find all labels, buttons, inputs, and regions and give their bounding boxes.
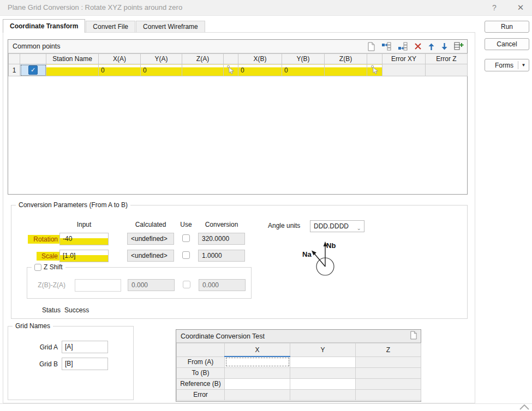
move-up-icon[interactable] — [428, 43, 435, 51]
conversion-test-header: Coordinate Conversion Test — [176, 330, 421, 343]
clear-test-icon[interactable] — [409, 331, 417, 341]
conversion-parameters-group: Conversion Parameters (From A to B) Inpu… — [11, 205, 468, 319]
angle-units-label: Angle units — [268, 222, 304, 229]
ya-cell[interactable]: 0 — [141, 64, 182, 76]
angle-units-value: DDD.DDDD — [314, 222, 349, 230]
col-use-point — [20, 54, 46, 64]
rotation-input[interactable]: -40 — [59, 233, 109, 245]
reference-b-y-cell[interactable] — [290, 378, 356, 389]
common-points-title: Common points — [13, 43, 367, 50]
error-y-cell — [290, 389, 356, 400]
bottom-divider — [0, 403, 532, 404]
pick-b-cell[interactable] — [367, 64, 382, 76]
calculated-column-header: Calculated — [127, 221, 174, 228]
input-column-header: Input — [59, 221, 109, 228]
from-a-x-cell[interactable] — [225, 356, 290, 367]
to-b-x-cell — [225, 367, 290, 378]
from-a-z-cell — [356, 356, 421, 367]
col-y: Y — [290, 343, 356, 357]
scale-calculated-field: <undefined> — [127, 250, 174, 262]
grid-names-title: Grid Names — [13, 322, 53, 330]
error-xy-cell — [382, 64, 426, 76]
col-xa[interactable]: X(A) — [99, 54, 141, 64]
scale-use-checkbox[interactable] — [182, 251, 190, 259]
z-shift-legend: Z Shift — [32, 263, 65, 271]
col-error-xy[interactable]: Error XY — [382, 54, 426, 64]
station-name-cell[interactable] — [46, 64, 99, 76]
table-row: To (B) — [177, 367, 421, 378]
to-b-y-cell — [290, 367, 356, 378]
rotation-use-checkbox[interactable] — [182, 234, 190, 242]
table-row: Reference (B) — [177, 378, 421, 389]
table-row: From (A) — [177, 356, 421, 367]
common-points-header: Common points — [8, 40, 467, 53]
export-points-icon[interactable] — [398, 42, 408, 51]
row-number[interactable]: 1 — [9, 64, 20, 76]
error-row-label: Error — [177, 389, 225, 400]
resize-chevron-icon[interactable] — [519, 404, 529, 410]
error-z-cell — [356, 389, 421, 400]
tab-strip: Coordinate Transform Convert File Conver… — [3, 20, 206, 33]
new-table-icon[interactable] — [367, 42, 375, 51]
col-pick-b — [367, 54, 382, 64]
common-points-header-row: Station Name X(A) Y(A) Z(A) X(B) Y(B) Z(… — [9, 54, 468, 64]
pick-a-cell[interactable] — [224, 64, 238, 76]
z-diff-input[interactable] — [75, 279, 121, 292]
run-button[interactable]: Run — [485, 21, 529, 33]
angle-units-select[interactable]: DDD.DDDD ⌄ — [310, 220, 364, 232]
checked-checkbox-icon[interactable]: ✓ — [28, 65, 38, 75]
rotation-compass-diagram: Nb Na — [298, 237, 348, 279]
rotation-label: Rotation — [28, 235, 59, 244]
col-station-name[interactable]: Station Name — [46, 54, 99, 64]
grid-b-label: Grid B — [25, 360, 58, 368]
reference-b-x-cell[interactable] — [225, 378, 290, 389]
use-column-header: Use — [175, 221, 197, 228]
table-row: Error — [177, 389, 421, 400]
from-a-y-cell[interactable] — [290, 356, 356, 367]
z-diff-calculated-field: 0.000 — [128, 279, 175, 291]
rotation-calculated-field: <undefined> — [127, 233, 174, 245]
scale-input[interactable]: [1.0] — [59, 250, 109, 262]
delete-row-icon[interactable] — [414, 43, 422, 50]
col-zb[interactable]: Z(B) — [325, 54, 367, 64]
z-shift-checkbox[interactable] — [34, 264, 41, 271]
forms-button[interactable]: Forms ▼ — [485, 59, 529, 71]
grid-a-label: Grid A — [25, 343, 58, 351]
grid-a-input[interactable]: [A] — [62, 341, 108, 353]
to-b-z-cell — [356, 367, 421, 378]
import-points-icon[interactable] — [381, 42, 392, 51]
col-za[interactable]: Z(A) — [182, 54, 224, 64]
xb-cell[interactable]: 0 — [238, 64, 282, 76]
move-down-icon[interactable] — [441, 43, 448, 51]
row-checkbox-cell[interactable]: ✓ — [20, 64, 46, 76]
grid-names-group: Grid Names Grid A [A] Grid B [B] — [8, 326, 134, 400]
zb-cell[interactable] — [325, 64, 367, 76]
north-b-label: Nb — [326, 241, 336, 250]
scale-conversion-field: 1.0000 — [198, 250, 245, 262]
close-icon[interactable]: ✕ — [513, 0, 528, 15]
from-a-row-label: From (A) — [177, 356, 225, 367]
col-ya[interactable]: Y(A) — [141, 54, 182, 64]
z-diff-conversion-field: 0.000 — [199, 279, 246, 291]
north-a-label: Na — [302, 250, 312, 258]
forms-dropdown-icon[interactable]: ▼ — [518, 59, 529, 71]
tab-convert-wireframe[interactable]: Convert Wireframe — [136, 21, 205, 33]
help-icon[interactable]: ? — [487, 0, 501, 15]
grid-b-input[interactable]: [B] — [62, 358, 108, 370]
xa-cell[interactable]: 0 — [99, 64, 141, 76]
col-error-z[interactable]: Error Z — [426, 54, 468, 64]
z-diff-use-checkbox[interactable] — [183, 281, 190, 288]
conversion-column-header: Conversion — [198, 221, 245, 228]
col-yb[interactable]: Y(B) — [282, 54, 325, 64]
col-pick-a — [224, 54, 238, 64]
tab-coordinate-transform[interactable]: Coordinate Transform — [3, 19, 85, 33]
corner-cell — [177, 343, 225, 357]
error-x-cell — [225, 389, 290, 400]
tab-convert-file[interactable]: Convert File — [86, 21, 135, 33]
yb-cell[interactable]: 0 — [282, 64, 325, 76]
add-row-icon[interactable] — [454, 42, 464, 51]
col-xb[interactable]: X(B) — [238, 54, 282, 64]
za-cell[interactable] — [182, 64, 224, 76]
conversion-parameters-title: Conversion Parameters (From A to B) — [16, 201, 130, 209]
cancel-button[interactable]: Cancel — [485, 38, 529, 50]
